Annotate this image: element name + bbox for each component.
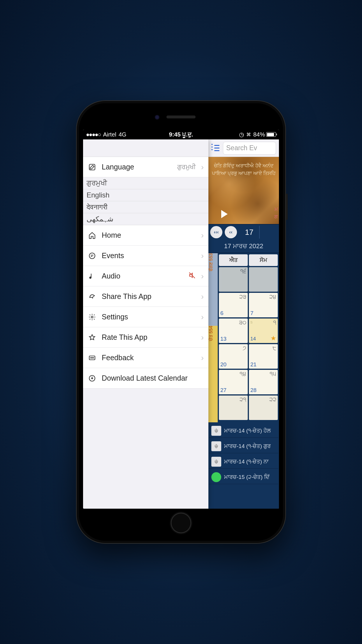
- event-dot-icon: [211, 472, 221, 482]
- download-icon: [88, 374, 96, 382]
- menu-settings[interactable]: Settings ›: [83, 307, 208, 327]
- calendar-cell[interactable]: ੮21: [249, 344, 278, 369]
- event-text: ਮਾਰਚ-14 (੧-ਚੇਤ) ਨਾ: [224, 459, 268, 465]
- calendar-icon: [88, 252, 96, 260]
- cell-top-number: ੨੩: [239, 294, 246, 300]
- language-options: ਗੁਰਮੁਖੀ English देवनागरी شہمکھی: [83, 177, 208, 225]
- network-type: 4G: [119, 131, 126, 138]
- alarm-icon: ◷: [239, 131, 244, 138]
- lang-option-english[interactable]: English: [83, 189, 208, 201]
- menu-rate[interactable]: Rate This App ›: [83, 327, 208, 348]
- share-icon: [88, 293, 96, 300]
- cell-top-number: ੮: [273, 345, 276, 352]
- settings-label: Settings: [102, 313, 196, 321]
- menu-audio[interactable]: Audio ›: [83, 266, 208, 286]
- music-note-icon: [88, 272, 96, 280]
- muted-icon: [188, 272, 196, 281]
- play-icon[interactable]: [221, 210, 228, 218]
- chevron-right-icon: ›: [201, 353, 204, 363]
- event-row[interactable]: ☬ਮਾਰਚ-14 (੧-ਚੇਤ) ਗੁਰ: [209, 440, 278, 453]
- khanda-icon: ☬: [211, 426, 221, 436]
- calendar-cell[interactable]: ੨੧: [219, 396, 248, 420]
- drawer-spacer: [83, 388, 208, 509]
- calendar-cell[interactable]: ੧੫28: [249, 370, 278, 394]
- cell-bottom-number: 13: [220, 336, 226, 342]
- cell-top-number: ੨੨: [269, 396, 276, 403]
- calendar-cell[interactable]: ੧੪27: [219, 370, 248, 394]
- battery-icon: [266, 132, 276, 137]
- hymn-banner[interactable]: ਚੇਤਿ ਗੋਵਿੰਦੁ ਅਰਾਧੀਐ ਹੋਵੈ ਅਨੰਦ ਪਾਇਆ ਪ੍ਰਭੁ…: [208, 157, 279, 224]
- menu-feedback[interactable]: Feedback ›: [83, 348, 208, 368]
- cell-bottom-number: 20: [220, 361, 226, 368]
- month-label-top: ਫੱਗਣ 553: [208, 253, 214, 271]
- chevron-right-icon: ›: [201, 162, 204, 172]
- cell-bottom-number: 21: [250, 361, 256, 368]
- cell-bottom-number: 14: [250, 336, 256, 342]
- current-date-label: 17 ਮਾਰਚ 2022: [208, 240, 279, 253]
- language-label: Language: [102, 163, 172, 171]
- battery-pct: 84%: [253, 131, 265, 138]
- svg-point-6: [92, 357, 92, 358]
- calendar-app: Search Ev ਚੇਤਿ ਗੋਵਿੰਦੁ ਅਰਾਧੀਐ ਹੋਵੈ ਅਨੰਦ …: [208, 139, 279, 509]
- gear-icon: [88, 313, 96, 321]
- khanda-icon: ☬: [211, 441, 221, 451]
- search-placeholder: Search Ev: [226, 144, 257, 152]
- feedback-label: Feedback: [102, 354, 196, 362]
- event-row[interactable]: ☬ਮਾਰਚ-14 (੧-ਚੇਤ) ਨਾ: [209, 455, 278, 469]
- star-icon: [88, 334, 96, 341]
- download-label: Download Latest Calendar: [102, 374, 204, 382]
- carrier-label: Airtel: [103, 131, 116, 138]
- month-label-bottom: ਚੇਤ 554: [208, 326, 214, 341]
- chevron-right-icon: ›: [201, 251, 204, 260]
- menu-home[interactable]: Home ›: [83, 225, 208, 246]
- status-bar: ●●●●○ Airtel 4G 9:45 ਪੂ.ਦੁ. ◷ ⌘ 84%: [83, 130, 279, 139]
- home-button[interactable]: [170, 512, 192, 534]
- date-navigator: ‹‹‹ ‹‹ 17: [208, 224, 279, 240]
- chevron-right-icon: ›: [201, 312, 204, 322]
- rate-label: Rate This App: [102, 333, 196, 342]
- event-text: ਮਾਰਚ-14 (੧-ਚੇਤ) ਗੁਰ: [224, 443, 271, 449]
- cell-bottom-number: 27: [220, 387, 226, 393]
- prev-month-button[interactable]: ‹‹‹: [210, 226, 222, 238]
- list-menu-icon[interactable]: [211, 145, 219, 151]
- signal-strength: ●●●●○: [86, 131, 101, 138]
- menu-events[interactable]: Events ›: [83, 246, 208, 266]
- calendar-cell[interactable]: ੨੪7: [249, 293, 278, 317]
- calendar-cell[interactable]: ੨੨: [249, 396, 278, 420]
- lang-option-gurmukhi[interactable]: ਗੁਰਮੁਖੀ: [83, 177, 208, 189]
- prev-day-button[interactable]: ‹‹: [225, 226, 237, 238]
- calendar-cell[interactable]: ੭20: [219, 344, 248, 369]
- share-label: Share This App: [102, 292, 196, 301]
- banner-line1: ਚੇਤਿ ਗੋਵਿੰਦੁ ਅਰਾਧੀਐ ਹੋਵੈ ਅਨੰਦ: [211, 162, 276, 170]
- edit-icon: [88, 163, 96, 171]
- cell-bottom-number: 7: [250, 310, 254, 316]
- event-row[interactable]: ਮਾਰਚ-15 (੨-ਚੇਤ) ਦਿੱ: [209, 470, 278, 484]
- earpiece: [166, 116, 196, 118]
- menu-download[interactable]: Download Latest Calendar: [83, 368, 208, 388]
- svg-point-3: [91, 316, 93, 318]
- calendar-cell[interactable]: ੧੬: [219, 267, 248, 292]
- dow-mon: ਸੋਮ: [249, 254, 278, 266]
- bluetooth-icon: ⌘: [246, 132, 251, 137]
- menu-share[interactable]: Share This App ›: [83, 286, 208, 307]
- dow-sun: ਐਤ: [219, 254, 248, 266]
- current-day-number[interactable]: 17: [239, 226, 260, 239]
- phone-side-button: [286, 194, 288, 220]
- chevron-right-icon: ›: [201, 292, 204, 301]
- cell-top-number: ੧੬: [240, 268, 246, 275]
- chevron-right-icon: ›: [201, 333, 204, 342]
- lang-option-shahmukhi[interactable]: شہمکھی: [83, 213, 208, 225]
- calendar-cell[interactable]: s੧14★: [249, 318, 278, 343]
- calendar-cell[interactable]: [249, 267, 278, 292]
- menu-language[interactable]: Language ਗੁਰਮੁਖੀ ›: [83, 157, 208, 177]
- event-row[interactable]: ☬ਮਾਰਚ-14 (੧-ਚੇਤ) ਹੋਲ: [209, 424, 278, 438]
- svg-point-1: [89, 253, 95, 259]
- language-value: ਗੁਰਮੁਖੀ: [177, 163, 196, 171]
- lang-option-devanagari[interactable]: देवनागरी: [83, 201, 208, 213]
- calendar-cell[interactable]: ੨੩6: [219, 293, 248, 317]
- khanda-icon: ☬: [211, 457, 221, 467]
- cell-top-number: ੨੧: [240, 396, 246, 403]
- calendar-cell[interactable]: ੩੦13: [219, 318, 248, 343]
- search-input[interactable]: Search Ev: [223, 142, 276, 155]
- drawer-header: [83, 139, 208, 157]
